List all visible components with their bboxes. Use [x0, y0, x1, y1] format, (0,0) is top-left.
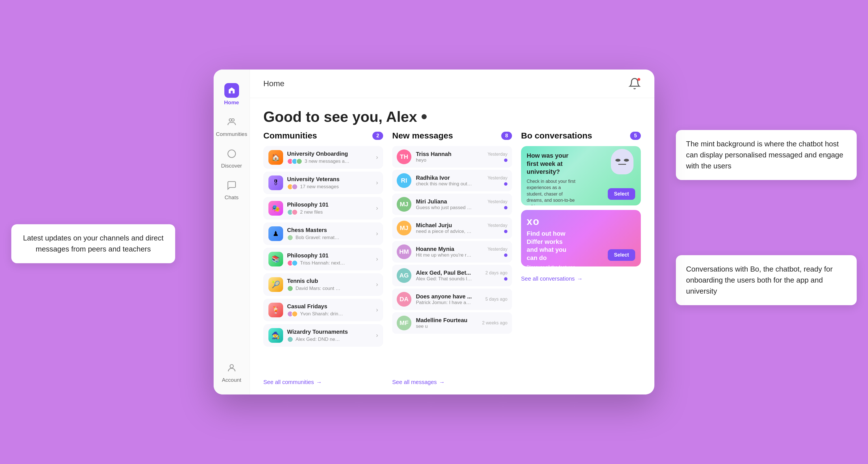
bo-card-purple: xo Find out how Differ works and what yo… — [521, 210, 641, 267]
community-sub-3: Bob Gravel: rematches thur... — [287, 235, 372, 241]
message-item-5[interactable]: AG Alex Ged, Paul Bet... Alex Ged: That … — [392, 265, 512, 286]
main-content: Home Good to see you, Alex Communities 2 — [250, 69, 654, 395]
notification-button[interactable] — [628, 78, 641, 90]
msg-unread-dot-2 — [504, 206, 507, 209]
bo-card-mint: How was your first week at university? C… — [521, 146, 641, 206]
bo-card-1: How was your first week at university? C… — [521, 146, 641, 206]
community-sub-0: 3 new messages and 2 files — [287, 158, 372, 164]
message-item-0[interactable]: TH Triss Hannah heyo Yesterday — [392, 146, 512, 167]
robot-face — [611, 149, 633, 174]
bo-panel-header: Bo conversations 5 — [521, 131, 641, 141]
community-info-7: Wizardry Tournaments Alex Ged: DND next … — [287, 329, 372, 342]
sidebar-item-home[interactable]: Home — [214, 79, 249, 110]
community-icon-7: 🧙 — [269, 328, 283, 343]
community-item-3[interactable]: ♟ Chess Masters Bob Gravel: rematches th… — [264, 222, 383, 245]
msg-name-0: Triss Hannah — [416, 151, 483, 157]
msg-time-1: Yesterday — [487, 176, 507, 181]
see-all-communities[interactable]: See all communities → — [264, 379, 383, 385]
community-sub-7: Alex Ged: DND next monday — [287, 336, 372, 342]
community-icon-2: 🎭 — [269, 201, 283, 216]
message-item-6[interactable]: DA Does anyone have ... Patrick Jomun: I… — [392, 288, 512, 310]
community-sub-4: Triss Hannah: next wednesd... — [287, 260, 372, 266]
community-item-2[interactable]: 🎭 Philosophy 101 2 new files — [264, 197, 383, 220]
callout-right-bottom: Conversations with Bo, the chatbot, read… — [676, 255, 857, 305]
callout-left-text: Latest updates on your channels and dire… — [23, 234, 163, 253]
community-info-0: University Onboarding 3 new messages and… — [287, 151, 372, 164]
community-msg-5: David Mars: count me in — [296, 286, 341, 291]
msg-right-5: 2 days ago — [486, 271, 507, 281]
msg-unread-dot-5 — [504, 277, 507, 281]
community-item-7[interactable]: 🧙 Wizardry Tournaments Alex Ged: DND nex… — [264, 324, 383, 347]
sidebar-item-discover[interactable]: Discover — [214, 142, 249, 174]
sidebar-item-account[interactable]: Account — [214, 356, 249, 388]
community-item-5[interactable]: 🎾 Tennis club David Mars: count me in › — [264, 273, 383, 296]
msg-unread-dot-1 — [504, 182, 507, 186]
msg-time-4: Yesterday — [487, 247, 507, 252]
community-info-1: University Veterans 17 new messages — [287, 176, 372, 190]
msg-time-5: 2 days ago — [486, 271, 507, 276]
svg-rect-0 — [230, 91, 232, 93]
community-arrow-3: › — [376, 230, 378, 237]
bo-card2-question: Find out how Differ works and what you c… — [527, 230, 572, 262]
community-item-0[interactable]: 🏠 University Onboarding 3 new messages a… — [264, 146, 383, 169]
msg-right-1: Yesterday — [487, 176, 507, 186]
msg-avatar-0: TH — [397, 150, 411, 164]
community-sub-1: 17 new messages — [287, 184, 372, 190]
discover-icon — [224, 146, 239, 161]
community-name-3: Chess Masters — [287, 227, 372, 234]
msg-avatar-3: MJ — [397, 221, 411, 236]
mini-avatar — [291, 311, 298, 317]
sidebar-item-chats[interactable]: Chats — [214, 174, 249, 205]
community-name-1: University Veterans — [287, 176, 372, 183]
community-item-4[interactable]: 📚 Philosophy 101 Triss Hannah: next wedn… — [264, 248, 383, 271]
messages-badge: 8 — [501, 132, 512, 140]
message-item-4[interactable]: HM Hoanne Mynia Hit me up when you're re… — [392, 241, 512, 262]
msg-preview-3: need a piece of advice, chief — [416, 228, 472, 234]
msg-right-4: Yesterday — [487, 247, 507, 257]
msg-right-0: Yesterday — [487, 152, 507, 162]
community-avatars-4 — [287, 260, 298, 266]
svg-marker-4 — [230, 152, 234, 155]
community-icon-4: 📚 — [269, 252, 283, 267]
community-arrow-2: › — [376, 205, 378, 212]
community-item-6[interactable]: 🍹 Casual Fridays Yvon Sharah: drinks on … — [264, 299, 383, 321]
msg-name-3: Michael Jurju — [416, 222, 483, 228]
messages-panel-header: New messages 8 — [392, 131, 512, 141]
msg-avatar-4: HM — [397, 244, 411, 259]
msg-name-1: Radhika Ivor — [416, 175, 483, 181]
community-msg-2: 2 new files — [300, 209, 323, 215]
callout-right-bottom-text: Conversations with Bo, the chatbot, read… — [686, 265, 833, 295]
msg-avatar-7: MF — [397, 316, 411, 330]
msg-info-3: Michael Jurju need a piece of advice, ch… — [416, 222, 483, 234]
bo-card2-select-button[interactable]: Select — [608, 249, 635, 261]
community-info-6: Casual Fridays Yvon Sharah: drinks on Jo… — [287, 303, 372, 317]
see-all-conversations-arrow: → — [577, 276, 583, 282]
community-msg-3: Bob Gravel: rematches thur... — [296, 235, 341, 241]
msg-time-3: Yesterday — [487, 223, 507, 228]
see-all-conversations[interactable]: See all conversations → — [521, 276, 641, 282]
msg-preview-1: check this new thing out ... — [416, 181, 472, 187]
community-item-1[interactable]: 🎖 University Veterans 17 new messages — [264, 172, 383, 194]
communities-panel-header: Communities 2 — [264, 131, 383, 141]
message-list: TH Triss Hannah heyo Yesterday RI — [392, 146, 512, 374]
community-msg-6: Yvon Sharah: drinks on John! — [300, 311, 345, 317]
msg-time-2: Yesterday — [487, 199, 507, 204]
sidebar: Home Communities Discover — [214, 69, 250, 395]
community-msg-7: Alex Ged: DND next monday — [296, 337, 341, 342]
community-msg-0: 3 new messages and 2 files — [305, 158, 350, 164]
message-item-1[interactable]: RI Radhika Ivor check this new thing out… — [392, 170, 512, 191]
message-item-2[interactable]: MJ Miri Juliana Guess who just passed th… — [392, 193, 512, 215]
sidebar-item-communities[interactable]: Communities — [214, 110, 249, 142]
community-msg-4: Triss Hannah: next wednesd... — [300, 260, 345, 266]
msg-unread-dot-3 — [504, 230, 507, 233]
message-item-7[interactable]: MF Madelline Fourteau see u 2 weeks ago — [392, 312, 512, 334]
message-item-3[interactable]: MJ Michael Jurju need a piece of advice,… — [392, 217, 512, 239]
community-info-5: Tennis club David Mars: count me in — [287, 278, 372, 291]
svg-point-5 — [230, 365, 234, 368]
see-all-messages-label: See all messages — [392, 379, 437, 385]
bo-card1-select-button[interactable]: Select — [608, 188, 635, 200]
see-all-messages[interactable]: See all messages → — [392, 379, 512, 385]
community-sub-2: 2 new files — [287, 209, 372, 215]
community-info-3: Chess Masters Bob Gravel: rematches thur… — [287, 227, 372, 241]
msg-info-2: Miri Juliana Guess who just passed the e… — [416, 198, 483, 211]
